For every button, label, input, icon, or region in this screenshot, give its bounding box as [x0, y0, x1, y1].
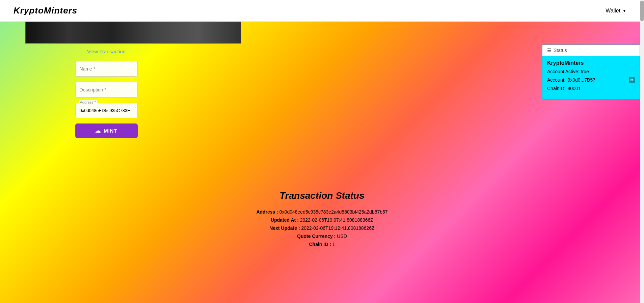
account-label-text: Account: [547, 77, 565, 83]
copy-icon[interactable] [629, 77, 635, 83]
name-input[interactable] [75, 61, 138, 77]
status-panel-icon: ☰ [547, 48, 552, 53]
form-container: View Transaction Address * ☁ MINT [25, 42, 187, 138]
account-active-text: Account Active: true [547, 69, 589, 74]
chain-id-panel-label: ChainID: [547, 86, 565, 91]
chain-id-value: 1 [332, 242, 335, 247]
status-panel-header: ☰ Status [542, 45, 640, 56]
status-quote-currency-row: Quote Currency : USD [297, 233, 347, 239]
status-panel-body: KryptoMinters Account Active: true Accou… [542, 56, 640, 95]
next-update-label: Next Update : [269, 225, 300, 231]
wallet-button[interactable]: Wallet ▼ [601, 5, 630, 17]
address-value-text: 0x0d048eed5c935c783e2a4d8803bf425a2db87b… [279, 209, 388, 215]
address-input[interactable] [75, 103, 138, 118]
status-panel-header-label: Status [554, 48, 567, 53]
chain-id-panel-value: 80001 [567, 86, 581, 91]
chain-id-label: Chain ID : [309, 242, 331, 247]
transaction-status-section: Transaction Status Address : 0x0d048eed5… [0, 190, 644, 247]
status-next-update-row: Next Update : 2022-02-06T19:12:41.808188… [269, 225, 374, 231]
quote-currency-label: Quote Currency : [297, 233, 336, 239]
address-label-text: Address : [256, 209, 278, 215]
brand-logo: KryptoMinters [14, 5, 77, 16]
scrollbar-thumb[interactable] [640, 1, 644, 21]
wallet-label: Wallet [606, 8, 620, 14]
upload-cloud-icon: ☁ [95, 128, 101, 134]
account-active-row: Account Active: true [547, 69, 635, 74]
chevron-down-icon: ▼ [622, 8, 626, 13]
updated-at-label: Updated At : [271, 217, 299, 223]
address-label: Address * [79, 100, 98, 104]
description-input[interactable] [75, 82, 138, 98]
status-app-name: KryptoMinters [547, 60, 635, 66]
status-panel: ☰ Status KryptoMinters Account Active: t… [542, 45, 640, 100]
account-value-text: 0x0d0...7B57 [567, 77, 595, 83]
scrollbar[interactable] [640, 0, 644, 303]
status-updated-row: Updated At : 2022-02-06T19:07:41.8081883… [271, 217, 373, 223]
status-chain-id-row: Chain ID : 1 [309, 242, 335, 247]
view-transaction-link[interactable]: View Transaction [87, 49, 126, 54]
navbar: KryptoMinters Wallet ▼ [0, 0, 644, 22]
updated-at-value: 2022-02-06T19:07:41.808188366Z [300, 217, 373, 223]
address-input-group: Address * [75, 103, 138, 118]
account-row: Account: 0x0d0...7B57 [547, 77, 635, 83]
quote-currency-value: USD [337, 233, 347, 239]
mint-label: MINT [104, 128, 117, 134]
mint-button[interactable]: ☁ MINT [75, 123, 138, 138]
main-content: View Transaction Address * ☁ MINT Transa… [0, 22, 644, 303]
status-address-row: Address : 0x0d048eed5c935c783e2a4d8803bf… [256, 209, 387, 215]
chain-id-panel-row: ChainID: 80001 [547, 86, 635, 91]
transaction-status-title: Transaction Status [279, 190, 365, 201]
next-update-value: 2022-02-06T19:12:41.808188626Z [301, 225, 374, 231]
banner-image [25, 22, 241, 44]
